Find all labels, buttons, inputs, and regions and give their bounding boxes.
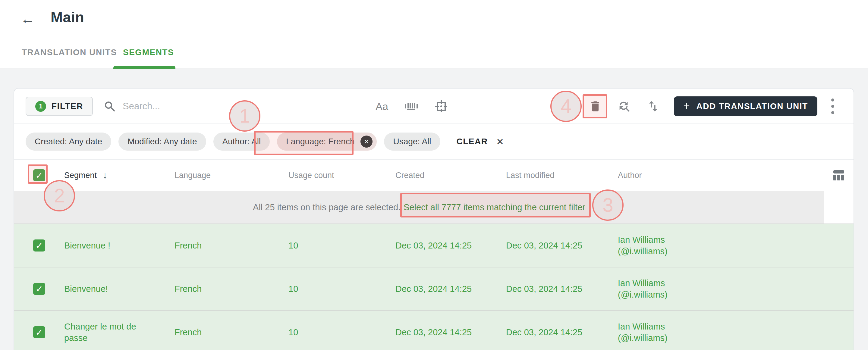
- table-columns-icon: [832, 169, 845, 182]
- cell-last-modified: Dec 03, 2024 14:25: [506, 283, 618, 294]
- author-handle: (@i.williams): [618, 332, 824, 344]
- cell-language: French: [175, 326, 288, 338]
- cell-author: Ian Williams (@i.williams): [618, 321, 824, 344]
- sort-descending-icon: ↓: [103, 170, 107, 181]
- cell-usage-count: 10: [288, 283, 396, 294]
- delete-selected-button[interactable]: [584, 89, 606, 124]
- table-header-row: ✓ Segment ↓ Language Usage count Created…: [14, 160, 854, 191]
- chip-language[interactable]: Language: French ✕: [277, 132, 377, 151]
- kebab-dot: [831, 105, 834, 108]
- cell-author: Ian Williams (@i.williams): [618, 278, 824, 300]
- segments-panel: 1 FILTER Aa: [13, 88, 854, 350]
- checkmark-icon: ✓: [35, 284, 43, 294]
- row-checkbox[interactable]: ✓: [33, 326, 45, 338]
- cell-usage-count: 10: [288, 326, 396, 338]
- add-translation-unit-label: ADD TRANSLATION UNIT: [696, 101, 808, 111]
- clear-filters-button[interactable]: CLEAR ✕: [457, 136, 504, 147]
- cell-author: Ian Williams (@i.williams): [618, 234, 824, 257]
- table-row[interactable]: ✓ Changer le mot de passe French 10 Dec …: [14, 310, 854, 350]
- active-tab-indicator: [113, 66, 176, 69]
- checkmark-icon: ✓: [35, 241, 43, 251]
- author-handle: (@i.williams): [618, 289, 824, 300]
- author-name: Ian Williams: [618, 278, 824, 289]
- match-case-icon: Aa: [375, 101, 388, 113]
- column-header-usage-count[interactable]: Usage count: [288, 171, 396, 180]
- author-name: Ian Williams: [618, 234, 824, 246]
- clear-x-icon: ✕: [496, 136, 504, 147]
- kebab-dot: [831, 98, 834, 101]
- frame-crosshair-icon: [434, 99, 448, 113]
- search-field[interactable]: [103, 89, 261, 124]
- remove-language-filter-icon[interactable]: ✕: [361, 135, 373, 148]
- chip-created[interactable]: Created: Any date: [26, 132, 111, 151]
- cell-created: Dec 03, 2024 14:25: [396, 283, 506, 294]
- row-checkbox[interactable]: ✓: [33, 283, 45, 295]
- cell-usage-count: 10: [288, 240, 396, 251]
- toolbar: 1 FILTER Aa: [14, 89, 854, 124]
- chip-modified[interactable]: Modified: Any date: [119, 132, 206, 151]
- column-header-created[interactable]: Created: [396, 171, 506, 180]
- tab-segments[interactable]: SEGMENTS: [123, 47, 174, 57]
- selection-banner: All 25 items on this page are selected. …: [14, 191, 854, 223]
- cell-last-modified: Dec 03, 2024 14:25: [506, 326, 618, 338]
- author-handle: (@i.williams): [618, 246, 824, 257]
- clear-label: CLEAR: [457, 137, 488, 147]
- checkmark-icon: ✓: [35, 327, 43, 338]
- search-icon: [103, 100, 116, 113]
- selection-banner-text: All 25 items on this page are selected.: [253, 202, 401, 212]
- kebab-dot: [831, 111, 834, 114]
- cell-created: Dec 03, 2024 14:25: [396, 326, 506, 338]
- table-row[interactable]: ✓ Bienvenue ! French 10 Dec 03, 2024 14:…: [14, 223, 854, 267]
- chip-usage[interactable]: Usage: All: [384, 132, 440, 151]
- author-name: Ian Williams: [618, 321, 824, 332]
- cell-language: French: [175, 283, 288, 294]
- cell-segment: Changer le mot de passe: [64, 321, 175, 344]
- top-bar: ← Main TRANSLATION UNITS SEGMENTS: [0, 0, 868, 68]
- cell-segment: Bienvenue!: [64, 283, 175, 294]
- select-all-checkbox[interactable]: ✓: [33, 169, 45, 181]
- match-case-button[interactable]: Aa: [373, 89, 391, 124]
- select-all-matching-link[interactable]: Select all 7777 items matching the curre…: [404, 202, 585, 212]
- sort-order-button[interactable]: [645, 89, 661, 124]
- column-header-author[interactable]: Author: [618, 171, 824, 180]
- filter-button-label: FILTER: [52, 101, 83, 111]
- barcode-icon: [404, 100, 418, 113]
- filter-count-badge: 1: [35, 101, 46, 112]
- filter-button[interactable]: 1 FILTER: [26, 97, 93, 116]
- cell-segment: Bienvenue !: [64, 240, 175, 251]
- select-region-button[interactable]: [432, 89, 451, 124]
- tab-translation-units[interactable]: TRANSLATION UNITS: [22, 47, 117, 57]
- find-replace-button[interactable]: [616, 89, 632, 124]
- cell-language: French: [175, 240, 288, 251]
- search-input[interactable]: [123, 101, 261, 112]
- whitespace-button[interactable]: [402, 89, 421, 124]
- back-button[interactable]: ←: [18, 9, 37, 28]
- import-export-icon: [646, 99, 660, 113]
- find-replace-icon: [617, 99, 631, 113]
- page-title: Main: [51, 9, 84, 26]
- checkmark-icon: ✓: [35, 170, 43, 181]
- plus-icon: +: [683, 100, 689, 113]
- table-row[interactable]: ✓ Bienvenue! French 10 Dec 03, 2024 14:2…: [14, 267, 854, 310]
- cell-created: Dec 03, 2024 14:25: [396, 240, 506, 251]
- configure-columns-button[interactable]: [824, 169, 854, 182]
- add-translation-unit-button[interactable]: + ADD TRANSLATION UNIT: [674, 96, 817, 116]
- trash-icon: [589, 100, 602, 113]
- column-header-segment[interactable]: Segment ↓: [64, 170, 175, 181]
- row-checkbox[interactable]: ✓: [33, 240, 45, 252]
- cell-last-modified: Dec 03, 2024 14:25: [506, 240, 618, 251]
- filter-chips-row: Created: Any date Modified: Any date Aut…: [14, 124, 854, 160]
- column-header-language[interactable]: Language: [175, 171, 288, 180]
- selection-banner-main: All 25 items on this page are selected. …: [14, 191, 824, 223]
- selection-banner-gutter: [824, 191, 854, 223]
- column-header-last-modified[interactable]: Last modified: [506, 171, 618, 180]
- back-arrow-icon: ←: [21, 10, 35, 27]
- more-options-button[interactable]: [824, 89, 841, 124]
- chip-author[interactable]: Author: All: [213, 132, 270, 151]
